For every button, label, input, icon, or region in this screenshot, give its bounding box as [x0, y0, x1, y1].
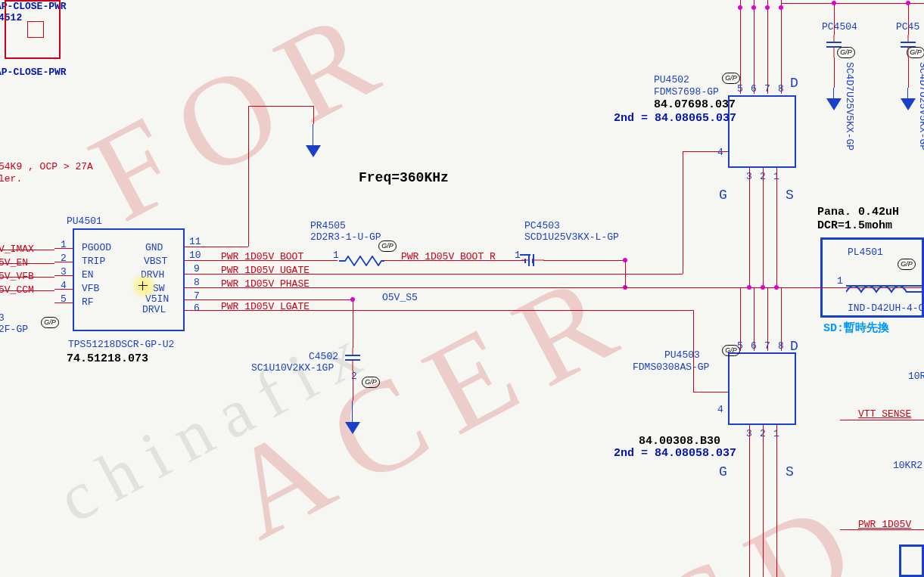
net-pwr-1d05v: PWR_1D05V: [858, 519, 911, 530]
refdes-pl4501: PL4501: [848, 247, 883, 258]
part-pu4502: FDMS7698-GP: [654, 86, 719, 98]
stamp-gp-3: G/P: [362, 377, 380, 388]
part-pu4501: TPS51218DSCR-GP-U2: [68, 339, 174, 350]
symbol-pl4501-coil: [846, 281, 922, 300]
stamp-gp-4: G/P: [722, 73, 740, 84]
pn-r9: 9: [194, 263, 200, 275]
refdes-pu4501: PU4501: [67, 216, 102, 227]
pn-r8: 8: [194, 277, 200, 288]
pn-pu4502: 84.07698.037: [654, 98, 736, 111]
pin-vbst: VBST: [144, 256, 167, 267]
net-vtt-sense: VTT_SENSE: [858, 408, 911, 420]
p7t: 7: [764, 83, 770, 95]
text-10r: 10R: [908, 371, 924, 382]
note-ocp: 54K9 , OCP > 27A: [0, 161, 93, 172]
pn-pu4503: 84.00308.B30: [639, 435, 720, 448]
p5t2: 5: [737, 340, 743, 352]
pn-pu4501: 74.51218.073: [67, 352, 148, 365]
pn-r10: 10: [189, 250, 201, 261]
d-label-1: D: [790, 76, 798, 91]
p4g: 4: [717, 147, 723, 158]
val-pc4504: SC4D7U25V5KX-GP: [844, 62, 855, 150]
watermark-for: FOR: [68, 0, 418, 251]
net-boot-r: PWR_1D05V_BOOT_R: [401, 251, 496, 262]
p8t: 8: [778, 83, 784, 95]
val-c4502: SC1U10V2KX-1GP: [251, 362, 334, 374]
val-pc45xx: SC4D7U25V5KX-GP: [917, 62, 924, 150]
g-label-2: G: [719, 464, 727, 479]
note-dcr: DCR=1.5mohm: [817, 219, 892, 232]
alt-pu4502: 2nd = 84.08065.037: [614, 112, 736, 125]
note-freq: Freq=360KHz: [359, 170, 449, 185]
s-label-2: S: [786, 464, 794, 479]
pin-drvh: DRVH: [141, 269, 164, 281]
val-pr4505: 2D2R3-1-U-GP: [310, 231, 381, 243]
pn-r6: 6: [194, 302, 200, 314]
g-label-1: G: [719, 188, 727, 203]
stamp-gp-7: G/P: [907, 47, 924, 58]
stamp-gp-6: G/P: [837, 47, 855, 58]
stamp-gp-2: G/P: [378, 240, 397, 252]
pin-v5in: V5IN: [145, 293, 169, 305]
pin-vfb: VFB: [82, 283, 99, 294]
partial-box-br: [899, 544, 924, 577]
p5t: 5: [737, 83, 743, 95]
pin-sw: SW: [153, 283, 165, 294]
val-pl4501: IND-D42UH-4-C: [848, 302, 924, 314]
refdes-pu4503: PU4503: [664, 349, 700, 361]
note-pana: Pana. 0.42uH: [817, 206, 899, 219]
p8t2: 8: [778, 340, 784, 352]
note-ler: ler.: [0, 173, 22, 185]
val-pc4503: SCD1U25V3KX-L-GP: [524, 231, 619, 243]
alt-pu4503: 2nd = 84.08058.037: [614, 447, 736, 460]
s-label-1: S: [786, 188, 794, 203]
pin-trip: TRIP: [82, 256, 105, 267]
net-ap-close-pwr-2: AP-CLOSE-PWR: [0, 67, 67, 78]
pn-r11: 11: [189, 236, 201, 247]
d-label-2: D: [790, 339, 798, 354]
p4g2: 4: [717, 404, 723, 415]
part-pu4503: FDMS0308AS-GP: [633, 361, 709, 373]
refdes-pu4502: PU4502: [654, 74, 689, 85]
pin-en: EN: [82, 269, 94, 281]
schematic-canvas: FOR ACER CSD chinafix AP-CLOSE-PWR 4512 …: [0, 0, 924, 577]
symbol-pu4503: [728, 352, 796, 425]
net-boot: PWR_1D05V_BOOT: [221, 251, 303, 262]
refdes-c4502: C4502: [309, 351, 338, 362]
junction-3: [350, 297, 355, 302]
pin-drvl: DRVL: [142, 304, 166, 315]
partial-box-sq: [27, 21, 44, 38]
pin-rf: RF: [82, 296, 94, 308]
net-ugate: PWR_1D05V_UGATE: [221, 265, 310, 276]
refdes-pr4505: PR4505: [310, 220, 346, 231]
stamp-gp-8: G/P: [898, 259, 916, 270]
stamp-gp-1: G/P: [41, 317, 59, 328]
pin-gnd: GND: [145, 242, 163, 253]
text-10kr2: 10KR2: [893, 460, 922, 471]
note-sd: SD:暫時先換: [823, 321, 889, 335]
refdes-pc4504: PC4504: [822, 21, 857, 33]
refdes-pc4503: PC4503: [524, 220, 560, 231]
pin-pgood: PGOOD: [82, 242, 111, 253]
p6t: 6: [751, 83, 757, 95]
pin-pr4505-1: 1: [333, 250, 339, 261]
symbol-pu4502: [728, 95, 796, 168]
watermark-csd: CSD: [545, 463, 895, 577]
net-o5v-s5: O5V_S5: [382, 292, 418, 303]
net-lgate: PWR_1D05V_LGATE: [221, 301, 310, 312]
symbol-pr4505: [339, 256, 384, 266]
text-3: 3: [0, 312, 5, 324]
pin-pl4501-1: 1: [837, 275, 843, 287]
p7t2: 7: [764, 340, 770, 352]
p6t2: 6: [751, 340, 757, 352]
net-phase: PWR_1D05V_PHASE: [221, 278, 310, 290]
text-2f-gp: 2F-GP: [0, 324, 28, 335]
